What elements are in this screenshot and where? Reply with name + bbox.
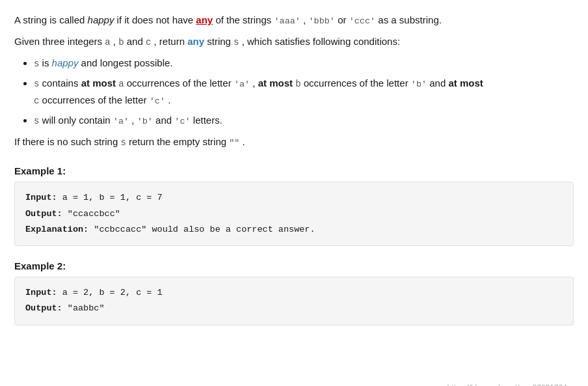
ex1-explanation-label: Explanation:: [25, 225, 88, 234]
example1-explanation-line: Explanation: "ccbccacc" would also be a …: [25, 222, 563, 238]
bullet-2: s contains at most a occurrences of the …: [34, 75, 574, 110]
given-pre: Given three integers: [14, 36, 105, 47]
b2-occ2: occurrences of the letter: [301, 77, 411, 89]
s-var-1: s: [34, 59, 39, 69]
qa-2: 'a': [234, 79, 250, 89]
b2-occ3: occurrences of the letter: [39, 94, 149, 105]
example1-title: Example 1:: [14, 165, 574, 176]
b3-pre: will only contain: [42, 115, 113, 126]
b1-post: and longest possible.: [78, 57, 172, 68]
page-wrapper: A string is called happy if it does not …: [14, 12, 574, 386]
ex1-output-value: "ccaccbcc": [62, 209, 120, 219]
qc-2: 'c': [150, 96, 165, 106]
example1-output-line: Output: "ccaccbcc": [25, 206, 563, 222]
bullet-3: s will only contain 'a' , 'b' and 'c' le…: [34, 112, 574, 130]
example1-input-line: Input: a = 1, b = 1, c = 7: [25, 190, 563, 206]
b2-contains: contains: [42, 77, 81, 89]
nostr-mid: return the empty string: [126, 136, 229, 147]
qb-3: 'b': [137, 117, 153, 126]
ex1-explanation-value: "ccbccacc" would also be a correct answe…: [88, 225, 315, 234]
ex1-output-label: Output:: [25, 209, 62, 219]
at-most-1: at most: [81, 77, 116, 89]
example1-block: Input: a = 1, b = 1, c = 7 Output: "ccac…: [14, 182, 574, 246]
intro-pre: A string is called: [14, 14, 88, 25]
ex1-input-label: Input:: [25, 193, 57, 202]
aaa-string: 'aaa': [274, 16, 301, 26]
b3-cm1: ,: [129, 115, 137, 126]
given-mid: , return: [151, 36, 187, 47]
b1-pre: is: [42, 57, 52, 68]
conditions-list: s is happy and longest possible. s conta…: [34, 55, 574, 130]
happy-word: happy: [88, 14, 114, 25]
or-word: or: [335, 14, 349, 25]
var-s: s: [234, 37, 239, 48]
ccc-string: 'ccc': [349, 16, 376, 26]
bullet-1: s is happy and longest possible.: [34, 55, 574, 72]
at-most-3: at most: [448, 77, 483, 89]
any-word: any: [196, 14, 213, 25]
nostr-pre: If there is no such string: [14, 136, 120, 147]
happy-italic: happy: [52, 57, 79, 68]
intro-post: if it does not have: [114, 14, 196, 25]
b-var-2: b: [295, 79, 301, 89]
a-var-2: a: [118, 79, 124, 89]
ex2-input-label: Input:: [25, 288, 57, 297]
ex2-output-value: "aabbc": [62, 303, 105, 313]
b2-occ1: occurrences of the letter: [124, 77, 234, 89]
given-comma1: ,: [111, 36, 119, 47]
s-var-2: s: [34, 79, 39, 89]
bbb-string: 'bbb': [308, 16, 335, 26]
nostr-s: s: [120, 137, 126, 148]
nostr-post: .: [239, 136, 245, 147]
intro-line: A string is called happy if it does not …: [14, 12, 574, 29]
no-string-line: If there is no such string s return the …: [14, 133, 574, 151]
var-a: a: [105, 37, 110, 48]
given-line: Given three integers a , b and c , retur…: [14, 33, 574, 51]
ex2-input-value: a = 2, b = 2, c = 1: [57, 288, 163, 297]
example2-block: Input: a = 2, b = 2, c = 1 Output: "aabb…: [14, 277, 574, 325]
at-most-2: at most: [258, 77, 293, 89]
s-var-3: s: [34, 116, 39, 126]
b3-post: letters.: [191, 115, 222, 126]
watermark: https://blog.csdn.net/qq_37821704: [448, 383, 567, 386]
b2-and: and: [427, 77, 448, 89]
example2-output-line: Output: "aabbc": [25, 301, 563, 316]
nostr-empty: "": [229, 138, 239, 148]
example2-input-line: Input: a = 2, b = 2, c = 1: [25, 285, 563, 301]
ex1-input-value: a = 1, b = 1, c = 7: [57, 193, 163, 202]
var-b: b: [118, 37, 124, 48]
given-and1: and: [124, 36, 146, 47]
qb-2: 'b': [411, 79, 427, 89]
given-mid2: string: [204, 36, 234, 47]
ex2-output-label: Output:: [25, 303, 62, 313]
intro-post2: of the strings: [213, 14, 274, 25]
b2-cm: ,: [250, 77, 258, 89]
qc-3: 'c': [174, 117, 190, 126]
b3-and: and: [153, 115, 174, 126]
intro-post3: as a substring.: [375, 14, 442, 25]
any-bold: any: [187, 36, 204, 47]
qa-3: 'a': [113, 117, 129, 126]
comma1: ,: [301, 14, 309, 25]
b2-dot: .: [165, 94, 170, 105]
example2-title: Example 2:: [14, 260, 574, 271]
given-post: , which satisfies following conditions:: [239, 36, 401, 47]
